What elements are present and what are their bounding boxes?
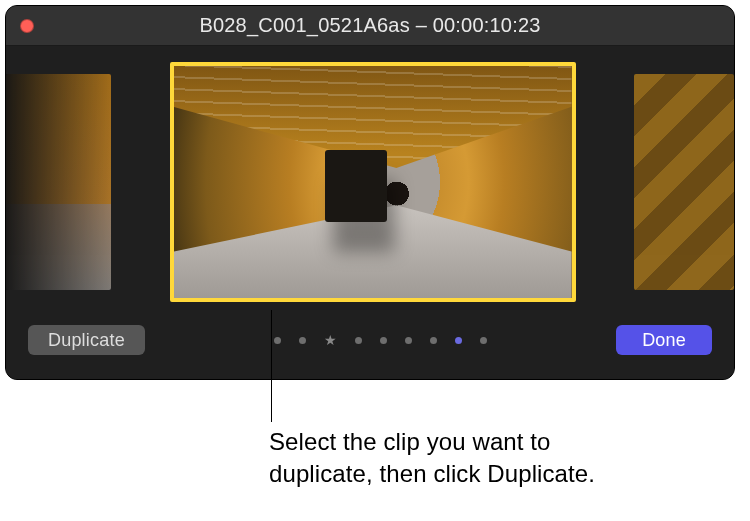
pager-favorite-icon[interactable]: ★	[324, 333, 337, 347]
pager-dot[interactable]	[355, 337, 362, 344]
done-button[interactable]: Done	[616, 325, 712, 355]
callout-line-1: Select the clip you want to	[269, 428, 551, 455]
controls-bar: Duplicate ★ Done	[6, 303, 734, 359]
clip-thumb-prev[interactable]	[6, 74, 111, 290]
callout-text: Select the clip you want to duplicate, t…	[269, 426, 595, 489]
pager-dot[interactable]	[405, 337, 412, 344]
pager-dot[interactable]	[274, 337, 281, 344]
audition-window: B028_C001_0521A6as – 00:00:10:23 Duplica…	[5, 5, 735, 380]
pager-dot[interactable]	[299, 337, 306, 344]
callout-leader-line	[271, 310, 272, 422]
callout: Select the clip you want to duplicate, t…	[271, 310, 272, 422]
pager-dot[interactable]	[480, 337, 487, 344]
clip-filmstrip	[6, 61, 734, 303]
clip-thumb-selected[interactable]	[170, 62, 576, 302]
clip-thumb-next[interactable]	[634, 74, 734, 290]
close-button[interactable]	[20, 19, 34, 33]
clip-pager: ★	[274, 333, 487, 347]
titlebar: B028_C001_0521A6as – 00:00:10:23	[6, 6, 734, 46]
pager-dot[interactable]	[380, 337, 387, 344]
pager-dot[interactable]	[455, 337, 462, 344]
window-title: B028_C001_0521A6as – 00:00:10:23	[199, 14, 540, 37]
pager-dot[interactable]	[430, 337, 437, 344]
content-area: Duplicate ★ Done	[6, 46, 734, 379]
callout-line-2: duplicate, then click Duplicate.	[269, 460, 595, 487]
duplicate-button[interactable]: Duplicate	[28, 325, 145, 355]
